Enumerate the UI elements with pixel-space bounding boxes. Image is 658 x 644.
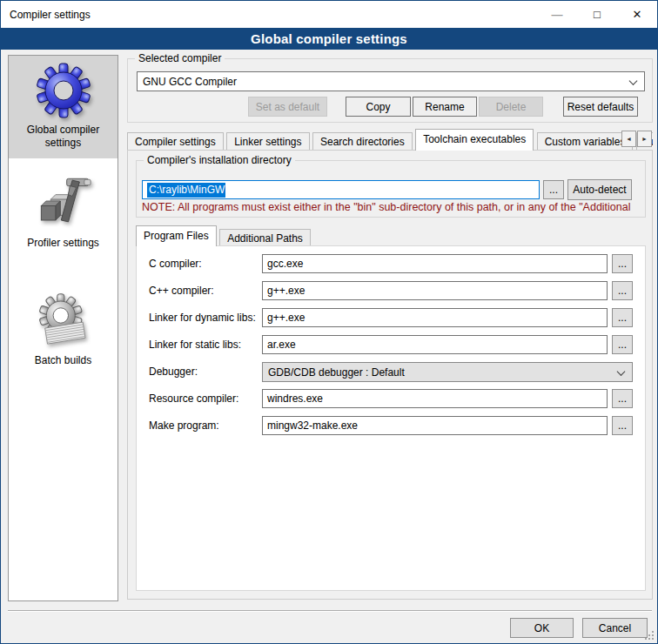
cpp-compiler-label: C++ compiler: bbox=[149, 285, 214, 297]
selected-compiler-group: Selected compiler GNU GCC Compiler Set a… bbox=[127, 58, 653, 123]
footer-separator bbox=[8, 610, 652, 612]
dynamic-linker-input[interactable]: g++.exe bbox=[262, 308, 608, 327]
compiler-settings-dialog: Compiler settings — □ ✕ Global compiler … bbox=[0, 0, 658, 644]
make-program-browse-button[interactable]: ... bbox=[612, 416, 633, 435]
main-tab-strip: Compiler settings Linker settings Search… bbox=[127, 129, 653, 151]
compiler-select-value: GNU GCC Compiler bbox=[143, 76, 237, 88]
c-compiler-label: C compiler: bbox=[149, 258, 202, 270]
ok-button[interactable]: OK bbox=[510, 618, 574, 638]
tab-scroll-left-button[interactable]: ◄ bbox=[621, 131, 636, 147]
title-bar: Compiler settings — □ ✕ bbox=[1, 1, 657, 28]
close-button[interactable]: ✕ bbox=[617, 1, 657, 27]
install-dir-input[interactable]: C:\raylib\MinGW bbox=[142, 180, 540, 199]
blue-gear-icon bbox=[36, 63, 91, 118]
static-linker-browse-button[interactable]: ... bbox=[612, 335, 633, 354]
sidebar-item-global-compiler-settings[interactable]: Global compiler settings bbox=[9, 56, 118, 158]
reset-defaults-button[interactable]: Reset defaults bbox=[563, 97, 638, 117]
dynamic-linker-browse-button[interactable]: ... bbox=[612, 308, 633, 327]
program-files-panel: C compiler: gcc.exe ... C++ compiler: g+… bbox=[136, 245, 646, 591]
install-dir-note: NOTE: All programs must exist either in … bbox=[142, 201, 643, 213]
tab-toolchain-executables[interactable]: Toolchain executables bbox=[415, 129, 534, 151]
install-dir-browse-button[interactable]: ... bbox=[543, 180, 564, 199]
settings-sidebar: Global compiler settings Profiler settin… bbox=[8, 55, 118, 601]
dynamic-linker-value: g++.exe bbox=[267, 312, 305, 324]
tab-compiler-settings[interactable]: Compiler settings bbox=[127, 132, 224, 151]
auto-detect-button[interactable]: Auto-detect bbox=[567, 179, 632, 200]
cpp-compiler-input[interactable]: g++.exe bbox=[262, 281, 608, 300]
chevron-down-icon bbox=[617, 367, 626, 376]
tab-linker-settings[interactable]: Linker settings bbox=[226, 132, 309, 151]
compiler-select[interactable]: GNU GCC Compiler bbox=[137, 71, 645, 91]
tab-search-directories[interactable]: Search directories bbox=[312, 132, 413, 151]
c-compiler-value: gcc.exe bbox=[267, 258, 303, 270]
tab-scroll-right-button[interactable]: ► bbox=[637, 131, 652, 147]
window-title: Compiler settings bbox=[1, 9, 91, 21]
minimize-button[interactable]: — bbox=[537, 1, 577, 27]
sidebar-item-label: Batch builds bbox=[12, 354, 114, 367]
static-linker-label: Linker for static libs: bbox=[149, 339, 241, 351]
sidebar-item-label: Global compiler settings bbox=[12, 124, 114, 150]
caliper-icon bbox=[35, 171, 92, 231]
make-program-label: Make program: bbox=[149, 419, 219, 432]
install-dir-value: C:\raylib\MinGW bbox=[147, 183, 225, 198]
static-linker-value: ar.exe bbox=[267, 339, 296, 351]
resource-compiler-input[interactable]: windres.exe bbox=[262, 389, 608, 408]
selected-compiler-legend: Selected compiler bbox=[135, 52, 225, 64]
cancel-button[interactable]: Cancel bbox=[582, 618, 648, 638]
sidebar-item-label: Profiler settings bbox=[12, 237, 114, 250]
toolchain-tab-panel: Compiler's installation directory C:\ray… bbox=[127, 150, 653, 600]
make-program-value: mingw32-make.exe bbox=[267, 419, 358, 432]
sidebar-item-batch-builds[interactable]: Batch builds bbox=[9, 285, 118, 376]
batch-builds-icon bbox=[35, 292, 92, 349]
static-linker-input[interactable]: ar.exe bbox=[262, 335, 608, 354]
subtab-program-files[interactable]: Program Files bbox=[136, 225, 217, 246]
sub-tab-strip: Program Files Additional Paths bbox=[136, 225, 646, 246]
install-dir-legend: Compiler's installation directory bbox=[144, 154, 295, 166]
install-dir-group: Compiler's installation directory C:\ray… bbox=[136, 160, 646, 218]
subtab-additional-paths[interactable]: Additional Paths bbox=[219, 229, 311, 246]
rename-button[interactable]: Rename bbox=[413, 97, 477, 117]
debugger-select[interactable]: GDB/CDB debugger : Default bbox=[262, 362, 633, 382]
page-title: Global compiler settings bbox=[251, 31, 407, 46]
c-compiler-browse-button[interactable]: ... bbox=[612, 254, 633, 273]
resource-compiler-browse-button[interactable]: ... bbox=[612, 389, 633, 408]
cpp-compiler-browse-button[interactable]: ... bbox=[612, 281, 633, 300]
delete-button[interactable]: Delete bbox=[479, 97, 543, 117]
resize-grip[interactable] bbox=[645, 631, 655, 641]
make-program-input[interactable]: mingw32-make.exe bbox=[262, 416, 608, 435]
set-as-default-button[interactable]: Set as default bbox=[248, 97, 327, 117]
debugger-value: GDB/CDB debugger : Default bbox=[268, 366, 405, 379]
chevron-down-icon bbox=[629, 77, 638, 85]
cpp-compiler-value: g++.exe bbox=[267, 285, 305, 297]
tab-custom-variables[interactable]: Custom variables bbox=[537, 132, 634, 151]
dynamic-linker-label: Linker for dynamic libs: bbox=[149, 312, 256, 324]
debugger-label: Debugger: bbox=[149, 366, 198, 378]
copy-button[interactable]: Copy bbox=[346, 97, 411, 117]
resource-compiler-value: windres.exe bbox=[267, 392, 323, 405]
dialog-header: Global compiler settings bbox=[1, 28, 657, 50]
resource-compiler-label: Resource compiler: bbox=[149, 392, 238, 405]
c-compiler-input[interactable]: gcc.exe bbox=[262, 254, 608, 273]
maximize-button[interactable]: □ bbox=[577, 1, 617, 27]
sidebar-item-profiler-settings[interactable]: Profiler settings bbox=[9, 164, 118, 258]
